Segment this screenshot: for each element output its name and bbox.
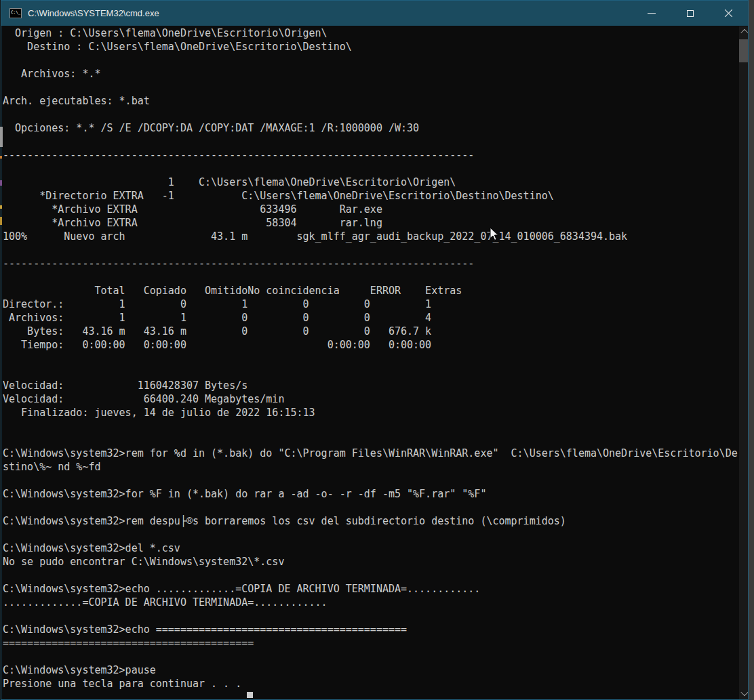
desktop-icon-fragment <box>0 180 2 186</box>
scroll-down-icon <box>740 688 748 696</box>
window-title: C:\Windows\SYSTEM32\cmd.exe <box>28 8 159 18</box>
text-cursor <box>247 692 253 698</box>
scrollbar-thumb[interactable] <box>739 39 749 62</box>
cmd-icon[interactable]: C:\_ <box>9 8 22 18</box>
scrollbar[interactable] <box>739 26 749 700</box>
scroll-up-icon <box>740 29 748 37</box>
maximize-icon <box>687 10 694 17</box>
minimize-button[interactable] <box>632 1 671 26</box>
console-output[interactable]: Origen : C:\Users\flema\OneDrive\Escrito… <box>3 26 738 691</box>
desktop-icon-fragment <box>0 156 2 159</box>
window-controls <box>632 1 748 26</box>
title-bar[interactable]: C:\_ C:\Windows\SYSTEM32\cmd.exe <box>1 1 748 26</box>
desktop-icon-fragment <box>0 217 2 225</box>
close-button[interactable] <box>709 1 748 26</box>
scroll-up-button[interactable] <box>739 26 749 37</box>
maximize-button[interactable] <box>671 1 709 26</box>
cmd-window: C:\_ C:\Windows\SYSTEM32\cmd.exe Origen … <box>1 0 749 700</box>
desktop-icon-fragment <box>0 127 3 147</box>
scroll-down-button[interactable] <box>739 688 749 699</box>
mouse-cursor <box>490 227 500 242</box>
minimize-icon <box>648 13 656 14</box>
close-icon <box>724 9 733 18</box>
desktop-icon-fragment <box>0 205 2 209</box>
